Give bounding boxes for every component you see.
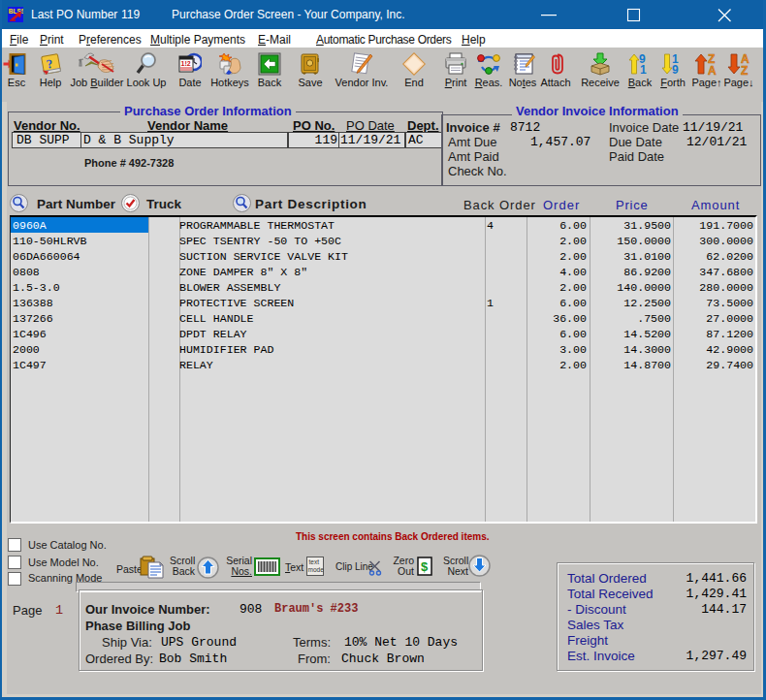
svg-text:9: 9: [672, 63, 679, 76]
svg-text:text: text: [309, 558, 320, 565]
svg-text:mode: mode: [308, 566, 325, 573]
svg-text:Z: Z: [741, 64, 748, 76]
svg-text:A: A: [708, 64, 717, 76]
svg-text:1!2: 1!2: [181, 60, 191, 67]
svg-text:BLSS: BLSS: [9, 8, 23, 15]
svg-text:$: $: [421, 559, 429, 574]
svg-text:1: 1: [640, 63, 647, 76]
